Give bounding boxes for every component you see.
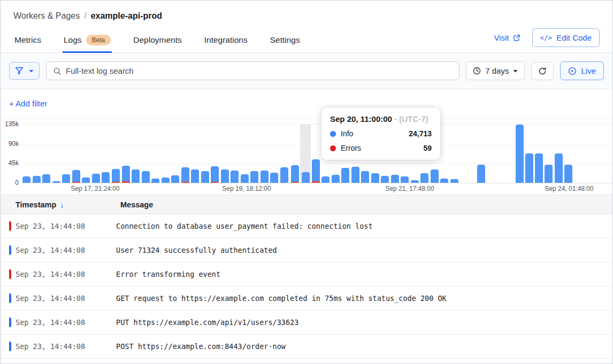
chart-bar[interactable]	[52, 181, 60, 183]
chart-bar[interactable]	[211, 166, 219, 183]
chart-bar-error-segment	[312, 181, 320, 183]
tab-deployments[interactable]: Deployments	[132, 29, 182, 52]
time-range-dropdown[interactable]: 7 days	[466, 61, 525, 80]
chart-bar[interactable]	[191, 169, 199, 183]
chart-bar[interactable]	[112, 169, 120, 183]
breadcrumb-parent[interactable]: Workers & Pages	[13, 11, 80, 20]
log-row[interactable]: Sep 23, 14:44:08 Error transforming even…	[1, 262, 612, 286]
chart-bar[interactable]	[401, 176, 409, 183]
search-icon	[53, 67, 62, 75]
chart-bar[interactable]	[132, 169, 140, 183]
x-tick-label: Sep 24, 01:48:00	[545, 185, 593, 192]
chart-bar[interactable]	[450, 179, 458, 183]
chart-bar[interactable]	[381, 176, 389, 183]
tab-label: Deployments	[133, 35, 181, 45]
chart-bar[interactable]	[241, 174, 249, 183]
tab-logs[interactable]: Logs Beta	[63, 29, 112, 52]
chart-bar[interactable]	[341, 168, 349, 183]
tooltip-series-value: 24,713	[409, 129, 432, 138]
chart-bar[interactable]	[516, 125, 524, 183]
chart-bar[interactable]	[221, 169, 229, 183]
chart-bar[interactable]	[321, 176, 330, 183]
log-message: Error transforming event	[116, 270, 220, 278]
visit-link[interactable]: Visit	[494, 33, 520, 42]
chart-bar[interactable]	[231, 171, 239, 183]
chart-bar[interactable]	[545, 165, 553, 183]
chart-bar[interactable]	[92, 174, 100, 183]
chart-bar[interactable]	[102, 172, 110, 183]
chart-bar-error-segment	[72, 182, 80, 183]
tooltip-series-label: Info	[341, 129, 353, 138]
tab-label: Metrics	[14, 35, 41, 45]
chart-bar[interactable]	[72, 170, 80, 183]
log-row[interactable]: Sep 23, 14:44:08 POST https://example.co…	[1, 335, 612, 359]
chart-bar[interactable]	[250, 171, 258, 183]
log-timestamp: Sep 23, 14:44:08	[11, 342, 116, 351]
chart-bar[interactable]	[42, 174, 50, 183]
live-button[interactable]: Live	[560, 61, 604, 80]
table-header: Timestamp ↓ Message	[1, 195, 612, 214]
chart-bar[interactable]	[142, 171, 150, 183]
info-dot-icon	[330, 131, 336, 137]
logs-histogram: 135k90k45k0 Sep 17, 21:24:00Sep 19, 18:1…	[1, 119, 612, 195]
chart-bar[interactable]	[33, 176, 41, 183]
chart-bar[interactable]	[22, 176, 30, 183]
code-icon: </>	[540, 34, 553, 42]
filter-menu-button[interactable]	[9, 62, 40, 80]
tabs-bar: Metrics Logs Beta Deployments Integratio…	[1, 28, 612, 53]
breadcrumb-separator: /	[84, 11, 86, 20]
chart-bar[interactable]	[171, 175, 179, 183]
chart-bar[interactable]	[181, 167, 189, 183]
gridline	[22, 124, 612, 125]
chart-bar[interactable]	[280, 167, 288, 183]
edit-code-button[interactable]: </> Edit Code	[532, 28, 600, 47]
chart-bar[interactable]	[555, 153, 563, 183]
chart-bar[interactable]	[564, 165, 572, 183]
column-header-timestamp[interactable]: Timestamp ↓	[1, 200, 120, 209]
tab-integrations[interactable]: Integrations	[203, 29, 249, 52]
chart-bar[interactable]	[122, 166, 130, 183]
log-row[interactable]: Sep 23, 14:44:08 PUT https://example.com…	[1, 311, 612, 335]
chart-bar[interactable]	[361, 171, 369, 183]
sort-descending-icon[interactable]: ↓	[60, 200, 64, 209]
chart-bar[interactable]	[260, 171, 269, 183]
chart-bar[interactable]	[391, 175, 399, 183]
chart-bar[interactable]	[312, 159, 320, 183]
add-filter-button[interactable]: + Add filter	[9, 99, 47, 108]
refresh-button[interactable]	[531, 62, 554, 80]
chart-bar[interactable]	[270, 173, 278, 183]
log-row[interactable]: Sep 23, 14:44:08 Connection to database …	[1, 214, 612, 238]
tab-settings[interactable]: Settings	[269, 29, 301, 52]
tab-metrics[interactable]: Metrics	[13, 29, 42, 52]
breadcrumb: Workers & Pages/example-api-prod	[1, 1, 612, 23]
beta-badge: Beta	[86, 35, 111, 45]
chart-bar[interactable]	[351, 167, 359, 183]
external-link-icon	[513, 34, 520, 42]
log-row[interactable]: Sep 23, 14:44:08 User 71324 successfully…	[1, 238, 612, 262]
search-input[interactable]	[66, 66, 453, 75]
log-timestamp: Sep 23, 14:44:08	[11, 222, 116, 230]
tab-label: Logs	[64, 35, 82, 45]
chart-bar[interactable]	[431, 169, 439, 183]
chart-bar[interactable]	[420, 173, 428, 183]
log-row[interactable]: Sep 23, 14:44:08 GET request to https://…	[1, 286, 612, 311]
chart-bar[interactable]	[535, 153, 543, 183]
chart-bar[interactable]	[82, 177, 90, 183]
chart-bar[interactable]	[162, 177, 170, 183]
chart-bar[interactable]	[291, 165, 299, 183]
chart-bar[interactable]	[151, 179, 159, 183]
chart-bar[interactable]	[477, 165, 485, 183]
chart-bar[interactable]	[371, 173, 379, 183]
chart-bar-error-segment	[211, 182, 219, 183]
chart-bar[interactable]	[62, 174, 70, 183]
timestamp-header-label: Timestamp	[16, 200, 56, 209]
chart-bar[interactable]	[332, 175, 340, 183]
chart-bar[interactable]	[525, 153, 533, 183]
chart-bar[interactable]	[440, 179, 448, 183]
x-tick-label: Sep 19, 18:12:00	[222, 185, 271, 192]
search-box[interactable]	[46, 61, 459, 80]
chart-bar-error-segment	[122, 181, 130, 183]
chart-bar[interactable]	[201, 171, 209, 183]
chart-bar[interactable]	[302, 172, 310, 183]
chart-bar[interactable]	[411, 180, 419, 183]
